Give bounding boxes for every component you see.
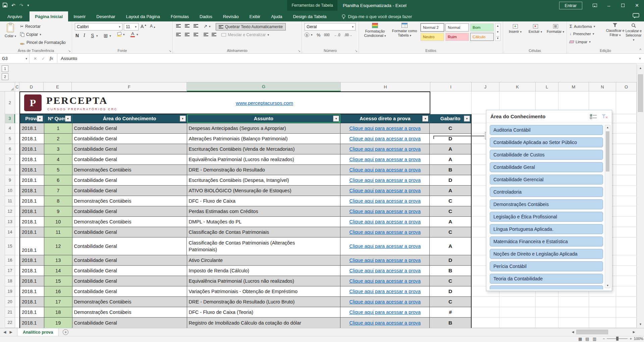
prova-link[interactable]: Clique aqui para acessar a prova <box>349 278 421 284</box>
enter-icon[interactable]: ✓ <box>42 56 45 61</box>
normal-view-icon[interactable]: ▦ <box>578 337 582 341</box>
scrollbar-thumb[interactable] <box>606 131 609 172</box>
column-header[interactable]: C <box>15 82 19 91</box>
page-break-view-icon[interactable]: ▥ <box>593 337 596 341</box>
delete-cells-button[interactable]: × Excluir ▾ <box>526 24 545 34</box>
accounting-format-icon[interactable]: $▾ <box>305 32 313 37</box>
cell-style-neutro[interactable]: Neutro <box>421 33 444 41</box>
align-bottom-icon[interactable] <box>194 24 198 27</box>
column-header[interactable]: D <box>19 82 44 91</box>
row-header[interactable]: 15 <box>5 237 15 255</box>
row-header[interactable]: 3 <box>5 114 15 123</box>
slicer-item[interactable]: Perícia Contábil <box>490 261 603 271</box>
undo-icon[interactable]: ↶ <box>11 3 15 8</box>
slicer-item[interactable]: Controladoria <box>490 187 603 197</box>
question-number-cell[interactable]: 19 <box>44 318 72 328</box>
scroll-down-icon[interactable]: ▼ <box>605 284 610 287</box>
close-icon[interactable]: × <box>630 0 644 11</box>
scroll-down-icon[interactable]: ▼ <box>637 323 644 326</box>
ribbon-display-options-icon[interactable]: ▴ <box>588 0 602 11</box>
prova-cell[interactable]: 2018.1 <box>20 165 44 175</box>
question-number-cell[interactable]: 9 <box>44 206 72 216</box>
prova-link[interactable]: Clique aqui para acessar a prova <box>349 146 421 152</box>
gabarito-cell[interactable]: D <box>430 175 471 185</box>
scroll-right-icon[interactable]: ▶ <box>631 330 637 334</box>
cell-style-bom[interactable]: Bom <box>470 23 494 31</box>
percent-style-icon[interactable]: % <box>317 32 321 38</box>
assunto-cell[interactable]: Perdas Estimadas com Créditos <box>187 206 341 216</box>
gallery-more-icon[interactable]: ▼ <box>496 36 499 40</box>
column-header[interactable]: M <box>558 82 589 91</box>
prova-link[interactable]: Clique aqui para acessar a prova <box>349 178 421 183</box>
row-header[interactable]: 14 <box>5 227 15 237</box>
tab-arquivo[interactable]: Arquivo <box>0 11 30 21</box>
sheet-tab-analitico-prova[interactable]: Analítico prova <box>17 328 59 336</box>
expand-formula-bar-icon[interactable]: ▾ <box>636 57 644 60</box>
tab-inserir[interactable]: Inserir <box>68 11 91 21</box>
header-assunto[interactable]: Assunto▾ <box>187 114 341 123</box>
column-header[interactable]: H <box>341 82 430 91</box>
dialog-launcher-icon[interactable]: ↘ <box>355 49 358 53</box>
prova-cell[interactable]: 2018.1 <box>20 206 44 216</box>
slicer-item[interactable]: Contabilidade Geral <box>490 162 603 172</box>
cell-style-normal[interactable]: Normal <box>445 23 469 31</box>
fill-color-icon[interactable]: ▾ <box>117 32 125 37</box>
gabarito-cell[interactable]: C <box>430 227 471 237</box>
borders-icon[interactable]: ⊞▾ <box>104 33 111 39</box>
prova-link[interactable]: Clique aqui para acessar a prova <box>349 258 421 263</box>
paste-button[interactable]: Colar ▾ <box>3 23 18 39</box>
area-cell[interactable]: Contabilidade Geral <box>72 134 187 144</box>
column-header[interactable]: O <box>616 82 637 91</box>
font-color-icon[interactable]: A▾ <box>130 32 138 37</box>
prova-cell[interactable]: 2018.1 <box>20 318 44 328</box>
gabarito-cell[interactable]: D <box>430 134 471 144</box>
website-link[interactable]: www.perceptacursos.com <box>236 100 293 106</box>
insert-cells-button[interactable]: + Inserir ▾ <box>506 24 525 34</box>
area-cell[interactable]: Contabilidade Geral <box>72 237 187 255</box>
cell-style-normal2[interactable]: Normal 2 <box>421 23 444 31</box>
slicer-item[interactable]: Legislação e Ética Profissional <box>490 212 603 222</box>
align-middle-icon[interactable] <box>185 24 190 27</box>
collapse-ribbon-icon[interactable]: ^ <box>640 48 641 52</box>
assunto-cell[interactable]: DRE - Demonstração do Resultado <box>187 165 341 175</box>
row-header[interactable]: 5 <box>5 134 15 144</box>
row-header[interactable]: 22 <box>5 318 15 328</box>
minimize-icon[interactable]: – <box>602 0 616 11</box>
decrease-decimal-icon[interactable]: .00→ <box>344 33 352 37</box>
column-header[interactable]: E <box>44 82 72 91</box>
column-header[interactable]: N <box>589 82 616 91</box>
prova-link[interactable]: Clique aqui para acessar a prova <box>349 244 421 249</box>
question-number-cell[interactable]: 2 <box>44 134 72 144</box>
assunto-cell[interactable]: Registro de Imobilizado Cálculo da cotaç… <box>187 318 341 328</box>
comma-style-icon[interactable]: 000 <box>324 33 330 37</box>
font-size-select[interactable]: 11▾ <box>124 23 139 30</box>
format-painter-button[interactable]: Pincel de Formatação <box>20 40 66 45</box>
gabarito-cell[interactable]: # <box>430 307 471 317</box>
zoom-slider[interactable] <box>607 338 628 339</box>
question-number-cell[interactable]: 5 <box>44 165 72 175</box>
align-left-icon[interactable] <box>176 33 181 36</box>
clear-filter-icon[interactable] <box>600 113 609 120</box>
assunto-cell[interactable]: Equivalência Patrimonial (Lucros não rea… <box>187 154 341 164</box>
slicer-item[interactable]: Contabilidade Aplicada ao Setor Público <box>490 137 603 147</box>
prova-link[interactable]: Clique aqui para acessar a prova <box>349 209 421 214</box>
assunto-cell[interactable]: Alterações Patrimoniais (Balanço Patrimo… <box>187 134 341 144</box>
dialog-launcher-icon[interactable]: ↘ <box>169 49 171 53</box>
insert-function-icon[interactable]: fx <box>50 56 53 61</box>
prova-link[interactable]: Clique aqui para acessar a prova <box>349 320 421 326</box>
column-header[interactable]: F <box>72 82 187 91</box>
header-acesso[interactable]: Acesso direto a prova▾ <box>340 114 430 123</box>
autosum-button[interactable]: ΣAutoSoma▾ <box>570 24 595 29</box>
prova-cell[interactable]: 2018.1 <box>20 266 44 276</box>
area-cell[interactable]: Contabilidade Geral <box>72 186 187 196</box>
area-cell[interactable]: Contabilidade Geral <box>72 286 187 296</box>
assunto-cell[interactable]: Classificação de Contas Patrimoniais (Al… <box>187 237 340 255</box>
prova-cell[interactable]: 2018.1 <box>20 255 44 265</box>
conditional-formatting-button[interactable]: Formatação Condicional ▾ <box>361 23 389 38</box>
tab-ajuda[interactable]: Ajuda <box>266 11 287 21</box>
question-number-cell[interactable]: 3 <box>44 144 72 154</box>
scrollbar-thumb[interactable] <box>638 74 643 112</box>
slicer-item[interactable]: Teoria da Contabilidade <box>490 274 603 284</box>
zoom-out-icon[interactable]: − <box>603 337 605 341</box>
prova-link[interactable]: Clique aqui para acessar a prova <box>349 268 421 273</box>
